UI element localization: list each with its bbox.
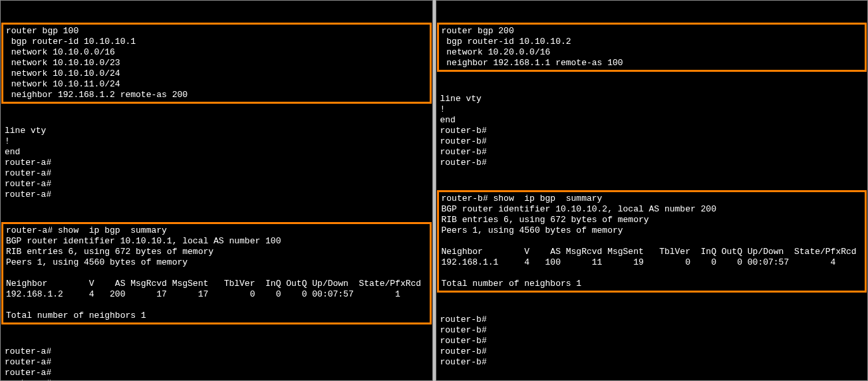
post-config-output-a: line vty ! end router-a# router-a# route…: [1, 126, 432, 200]
bgp-config-block-a: router bgp 100 bgp router-id 10.10.10.1 …: [1, 23, 432, 104]
terminal-router-b[interactable]: router bgp 200 bgp router-id 10.10.10.2 …: [436, 0, 869, 381]
post-summary-output-b: router-b# router-b# router-b# router-b# …: [436, 315, 868, 368]
post-config-output-b: line vty ! end router-b# router-b# route…: [436, 94, 868, 168]
bgp-summary-block-b: router-b# show ip bgp summary BGP router…: [437, 190, 867, 293]
bgp-config-block-b: router bgp 200 bgp router-id 10.10.10.2 …: [437, 23, 867, 72]
bgp-summary-block-a: router-a# show ip bgp summary BGP router…: [1, 222, 432, 324]
post-summary-output-a: router-a# router-a# router-a# router-a# …: [1, 346, 432, 381]
terminal-router-a[interactable]: router bgp 100 bgp router-id 10.10.10.1 …: [0, 0, 433, 381]
